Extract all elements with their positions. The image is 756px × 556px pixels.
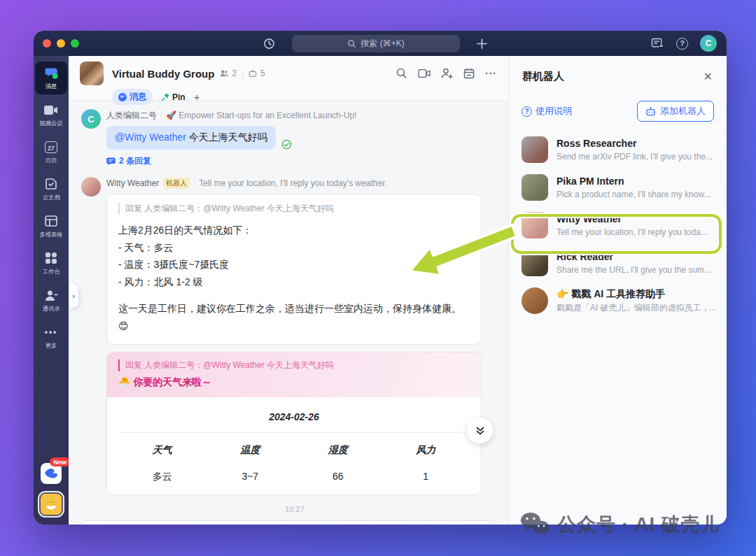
bot-name[interactable]: Witty Weather	[106, 178, 159, 188]
help-icon[interactable]: ?	[676, 38, 688, 50]
reply-bubble-icon	[106, 157, 115, 166]
sidebar-item-contacts[interactable]: 通讯录	[35, 284, 67, 317]
history-icon[interactable]	[263, 38, 275, 50]
message-text: 今天上海天气好吗	[189, 131, 267, 143]
new-tab-button[interactable]	[477, 38, 487, 49]
bots-count-icon	[248, 69, 257, 78]
meeting-calendar-icon[interactable]	[463, 68, 475, 79]
panel-title: 群机器人	[522, 70, 564, 83]
workspace-grid-icon	[45, 251, 57, 265]
video-camera-icon	[44, 103, 58, 117]
sidebar-item-messages[interactable]: 消息	[35, 62, 67, 94]
add-bot-button[interactable]: 添加机器人	[637, 101, 714, 122]
sidebar-item-label: 消息	[46, 83, 57, 91]
cloud-docs-icon	[45, 177, 57, 191]
bot-signature: Tell me your location, I'll reply you to…	[199, 178, 387, 188]
search-placeholder: 搜索 (⌘+K)	[360, 38, 404, 50]
card-line: - 风力：北风 1-2 级	[118, 273, 470, 291]
video-call-icon[interactable]	[418, 69, 430, 78]
watermark: 公众号 · AI 破壳儿	[519, 512, 720, 537]
member-count: 2	[232, 69, 237, 78]
message-composer[interactable]: Aa	[81, 520, 493, 525]
robot-icon	[645, 106, 656, 116]
notification-settings-icon[interactable]	[651, 38, 664, 50]
card-line: - 天气：多云	[118, 239, 470, 257]
sender-avatar[interactable]: C	[81, 109, 101, 129]
close-panel-icon[interactable]: ✕	[704, 70, 713, 83]
messages-icon	[44, 66, 59, 80]
chat-title: Virtual Buddy Group	[112, 68, 214, 80]
user-avatar[interactable]: C	[700, 35, 717, 52]
reply-quote-pink[interactable]: 回复 人类编辑二号：@Witty Weather 今天上海天气好吗	[118, 359, 470, 371]
message-bot: Witty Weather 机器人 Tell me your location,…	[81, 177, 508, 495]
sidebar-item-calendar[interactable]: 27 日历	[35, 136, 67, 169]
bot-item-witty-weather[interactable]: Witty Weather Tell me your location, I'l…	[509, 206, 727, 244]
question-circle-icon: ?	[522, 106, 532, 117]
double-chevron-down-icon	[475, 426, 485, 436]
bot-item-rick-reader[interactable]: Rick Reader Share me the URL, I'll give …	[509, 244, 727, 282]
chick-icon	[43, 497, 59, 512]
bot-avatar	[522, 212, 548, 238]
bot-avatar	[522, 287, 548, 314]
table-grid-icon	[45, 214, 57, 228]
bot-list: Ross Researcher Send me arXiv PDF link, …	[509, 131, 727, 320]
search-icon	[347, 39, 356, 48]
mention-link[interactable]: @Witty Weather	[115, 131, 186, 143]
global-search-input[interactable]: 搜索 (⌘+K)	[292, 35, 460, 52]
minimize-window-button[interactable]	[57, 39, 65, 48]
chick-bot-app-icon[interactable]	[39, 492, 63, 516]
weather-col-value: 多云	[118, 471, 206, 483]
weather-date: 2024-02-26	[118, 406, 470, 433]
bot-badge: 机器人	[163, 178, 190, 189]
sidebar-item-base-table[interactable]: 多维表格	[35, 210, 67, 243]
bot-item-ross-researcher[interactable]: Ross Researcher Send me arXiv PDF link, …	[509, 131, 727, 169]
scroll-to-bottom-button[interactable]	[467, 418, 493, 443]
chat-header: Virtual Buddy Group 2 5 ···	[69, 56, 508, 101]
titlebar: 搜索 (⌘+K) ? C	[34, 31, 727, 56]
sidebar-item-video-meeting[interactable]: 视频会议	[35, 99, 67, 131]
app-window: 搜索 (⌘+K) ? C 消息	[34, 31, 727, 525]
traffic-lights	[43, 39, 79, 48]
close-window-button[interactable]	[43, 39, 51, 48]
sender-name[interactable]: 人类编辑二号	[106, 110, 157, 122]
usage-instructions-link[interactable]: ? 使用说明	[522, 105, 572, 117]
message-bubble[interactable]: @Witty Weather 今天上海天气好吗	[106, 126, 276, 150]
thread-replies-link[interactable]: 2 条回复	[106, 155, 508, 167]
members-icon	[220, 69, 228, 78]
read-status-icon	[281, 139, 292, 150]
chat-area: › Virtual Buddy Group 2 5	[69, 56, 508, 525]
weather-card-title: 🐣 你要的天气来啦～	[118, 376, 470, 389]
add-member-icon[interactable]	[441, 68, 453, 79]
group-avatar[interactable]	[80, 62, 104, 85]
bot-item-pika-pm-intern[interactable]: Pika PM Intern Pick a product name, I'll…	[509, 169, 727, 206]
sidebar-item-cloud-docs[interactable]: 云文档	[35, 173, 67, 206]
watermark-text: 公众号 · AI 破壳儿	[557, 512, 720, 537]
more-dots-icon: •••	[45, 325, 58, 339]
calendar-icon: 27	[45, 140, 57, 154]
sidebar-item-more[interactable]: ••• 更多	[35, 321, 67, 354]
weather-table-card[interactable]: 回复 人类编辑二号：@Witty Weather 今天上海天气好吗 🐣 你要的天…	[106, 352, 482, 495]
card-line: 上海2月26日的天气情况如下：	[118, 222, 470, 239]
card-footer-line: 这一天是工作日，建议你在工作之余，适当进行一些室内运动，保持身体健康。😊	[118, 300, 470, 334]
bot-avatar	[522, 174, 548, 201]
bot-item-chuochuo-assistant[interactable]: 👉 戳戳 AI 工具推荐助手 戳戳是「AI 破壳儿」编辑部的虚拟员工，...	[509, 282, 727, 320]
bot-avatar[interactable]	[81, 177, 101, 197]
chat-search-icon[interactable]	[396, 67, 407, 79]
weather-table: 天气多云 温度3~7 湿度66 风力1	[118, 444, 470, 483]
sender-signature: 🚀 Empower Start-ups for an Excellent Lau…	[166, 111, 356, 120]
weather-col-header: 天气	[118, 444, 206, 457]
sidebar-item-workspace[interactable]: 工作台	[35, 247, 67, 280]
message-list: C 人类编辑二号 🚀 Empower Start-ups for an Exce…	[69, 101, 508, 513]
reply-quote[interactable]: 回复 人类编辑二号：@Witty Weather 今天上海天气好吗	[118, 203, 470, 215]
contacts-icon	[45, 288, 58, 302]
sidebar: 消息 视频会议 27 日历 云文档	[34, 56, 69, 525]
maximize-window-button[interactable]	[71, 39, 79, 48]
more-actions-icon[interactable]: ···	[485, 68, 497, 79]
message-tab-icon	[118, 93, 127, 101]
pinned-app-icon[interactable]: New	[41, 463, 62, 484]
bot-avatar	[522, 250, 548, 276]
weather-text-card[interactable]: 回复 人类编辑二号：@Witty Weather 今天上海天气好吗 上海2月26…	[106, 194, 482, 345]
group-bots-panel: 群机器人 ✕ ? 使用说明 添加机器人 Ross Researcher Send…	[508, 56, 727, 525]
bot-avatar	[522, 136, 548, 163]
wechat-icon	[519, 512, 550, 537]
